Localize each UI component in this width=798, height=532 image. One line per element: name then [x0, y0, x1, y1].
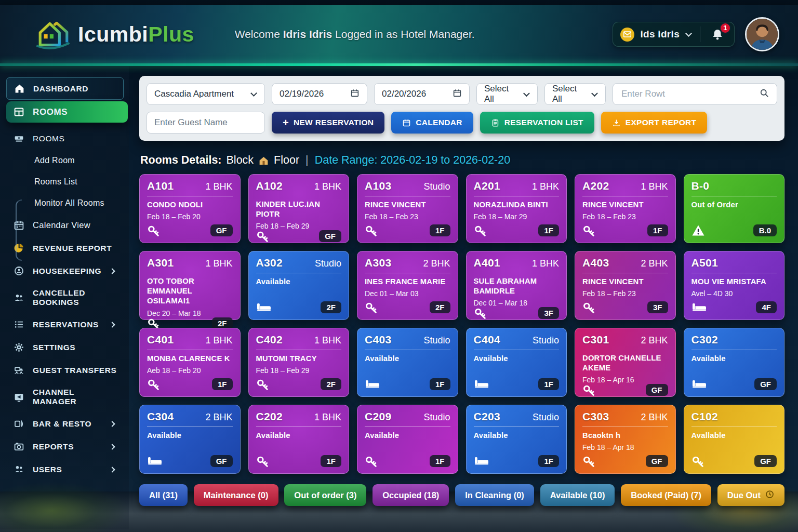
room-card-C304[interactable]: C304 2 BHK Available GF: [139, 405, 241, 474]
app-root: IcumbiPlus Welcome Idris Idris Logged in…: [0, 0, 798, 532]
room-type: Studio: [423, 412, 450, 423]
room-card-A102[interactable]: A102 1 BHK KINDER LUC.IAN PIOTR Feb 18 –…: [248, 174, 350, 243]
room-card-C402[interactable]: C402 1 BHK MUTOMI TRACY Feb 18 – Feb 29 …: [248, 328, 350, 397]
status-filter-out-of-order[interactable]: Out of order (3): [284, 484, 366, 506]
status-filter-all[interactable]: All (31): [139, 484, 188, 506]
sidebar-item-channel-manager[interactable]: CHANNEL MANAGER: [6, 382, 124, 411]
sidebar-item-reports[interactable]: REPORTS: [6, 436, 124, 457]
room-card-header: A103 Studio: [365, 180, 450, 192]
room-guest: MONBA CLARENCE K: [147, 354, 233, 364]
room-dates: Dec 01 – Mar 03: [365, 289, 450, 298]
status-filter-available[interactable]: Available (10): [540, 484, 615, 506]
status-filter-label: Booked (Paid) (7): [631, 490, 701, 500]
notifications-button[interactable]: 1: [708, 27, 727, 42]
room-card-header: A302 Studio: [256, 257, 342, 269]
new-reservation-button[interactable]: + NEW RESERVATION: [272, 112, 384, 134]
user-menu[interactable]: ids idris 1: [613, 22, 735, 47]
date-from-input[interactable]: 02/19/2026: [272, 83, 367, 105]
room-id: C301: [582, 334, 609, 346]
sidebar-item-dashboard[interactable]: DASHBOARD: [6, 77, 124, 100]
status-filter-maintenance[interactable]: Maintenance (0): [194, 484, 278, 506]
block-select-value: Select All: [484, 84, 518, 104]
property-select[interactable]: Cascadia Apartment: [147, 83, 265, 105]
room-card-footer: 1F: [582, 224, 668, 236]
app-header: IcumbiPlus Welcome Idris Idris Logged in…: [0, 5, 798, 63]
room-card-A302[interactable]: A302 Studio Available 2F: [248, 251, 350, 320]
chevron-down-icon: [250, 90, 257, 97]
room-card-A403[interactable]: A403 2 BHK RINCE VINCENT Feb 18 – Feb 23…: [575, 251, 676, 320]
status-filter-label: In Cleaning (0): [465, 490, 524, 500]
key-icon: [582, 301, 596, 313]
room-type: 1 BHK: [641, 181, 668, 192]
date-to-input[interactable]: 02/20/2026: [374, 83, 470, 105]
room-card-A501[interactable]: A501 MOU VIE MRISTAFA Avel – 4D 30 4F: [684, 251, 785, 320]
sidebar-item-rooms-list[interactable]: Rooms List: [6, 172, 124, 192]
sidebar-item-monitor-all-rooms[interactable]: Monitor All Rooms: [6, 193, 124, 213]
room-card-C202[interactable]: C202 1 BHK Available 1F: [248, 405, 350, 474]
user-avatar[interactable]: [745, 17, 779, 51]
floor-select-value: Select All: [552, 84, 586, 104]
sidebar-item-cancelled-bookings[interactable]: CANCELLED BOOKINGS: [6, 283, 124, 312]
room-card-C303[interactable]: C303 2 BHK Bcaoktn h Feb 18 – Apr 18 GF: [575, 405, 676, 474]
floor-badge: 2F: [321, 378, 341, 390]
key-icon: [582, 384, 596, 396]
room-card-header: C403 Studio: [365, 334, 450, 346]
floor-badge: 1F: [321, 455, 341, 467]
floor-badge: GF: [319, 230, 341, 242]
sidebar-item-add-room[interactable]: Add Room: [6, 151, 124, 170]
sidebar-item-revenue-report[interactable]: REVENUE REPORT: [6, 237, 124, 259]
export-report-button[interactable]: EXPORT REPORT: [601, 112, 708, 134]
room-card-C203[interactable]: C203 Studio Available 1F: [466, 405, 567, 474]
app-logo: IcumbiPlus: [36, 18, 194, 50]
room-card-C404[interactable]: C404 Studio Available 1F: [466, 328, 567, 397]
room-guest: Available: [474, 354, 560, 364]
room-card-A202[interactable]: A202 1 BHK RINCE VINCENT Feb 18 – Feb 23…: [575, 174, 676, 243]
guest-name-input[interactable]: [147, 112, 265, 134]
room-card-footer: 1F: [474, 224, 560, 236]
sidebar-item-rooms[interactable]: ROOMS: [6, 101, 128, 123]
sidebar-item-reservations[interactable]: RESERVATIONS: [6, 314, 124, 335]
room-card-A101[interactable]: A101 1 BHK CONDO NDOLI Feb 18 – Feb 20 G…: [139, 174, 241, 243]
status-filter-due-out[interactable]: Due Out: [717, 484, 784, 506]
room-card-A303[interactable]: A303 2 BHK INES FRANCE MARIE Dec 01 – Ma…: [357, 251, 458, 320]
sidebar-item-guest-transfers[interactable]: GUEST TRANSFERS: [6, 360, 124, 381]
room-card-A401[interactable]: A401 1 BHK SULE ABRAHAM BAMIDRLE Dec 01 …: [466, 251, 567, 320]
sidebar-item-label: SETTINGS: [33, 343, 75, 352]
sidebar-item-housekeeping[interactable]: HOUSEKEEPING: [6, 260, 124, 282]
room-card-A201[interactable]: A201 1 BHK NORAZLINDA BINTI Feb 18 – Mar…: [466, 174, 567, 243]
room-card-B-0[interactable]: B-0 Out of Order B.0: [684, 174, 785, 243]
floor-badge: GF: [754, 455, 777, 467]
room-card-C401[interactable]: C401 1 BHK MONBA CLARENCE K Aeb 18 – Feb…: [139, 328, 241, 397]
room-search-input[interactable]: [620, 88, 754, 100]
room-guest: Available: [365, 431, 450, 441]
calendar-button[interactable]: CALENDAR: [391, 112, 473, 134]
room-card-C403[interactable]: C403 Studio Available 1F: [357, 328, 458, 397]
status-filter-booked-paid[interactable]: Booked (Paid) (7): [621, 484, 711, 506]
sidebar-item-settings[interactable]: SETTINGS: [6, 337, 124, 358]
room-card-C302[interactable]: C302 Available GF: [684, 328, 785, 397]
filter-panel: Cascadia Apartment 02/19/2026 02/20/2026: [139, 76, 784, 141]
room-dates: Feb 18 – Apr 16: [582, 376, 668, 384]
room-dates: Dec 01 – Mar 18: [474, 299, 560, 307]
room-card-C209[interactable]: C209 Studio Available 1F: [357, 405, 458, 474]
room-dates: Feb 18 – Feb 29: [256, 366, 342, 375]
room-card-A301[interactable]: A301 1 BHK OTO TOBOR EMMANUEL OSILAMAI1 …: [139, 251, 241, 320]
sidebar-item-calendar-view[interactable]: Calendar View: [6, 215, 124, 236]
status-filter-occupied[interactable]: Occupied (18): [373, 484, 449, 506]
room-card-C301[interactable]: C301 2 BHK DORTOR CHANELLE AKEME Feb 18 …: [575, 328, 676, 397]
sidebar-item-bar-resto[interactable]: BAR & RESTO: [6, 413, 124, 434]
status-filter-in-cleaning[interactable]: In Cleaning (0): [455, 484, 534, 506]
room-id: A102: [256, 180, 283, 192]
floor-badge: 1F: [212, 378, 233, 390]
calendar-icon: [14, 220, 25, 231]
reservation-list-button[interactable]: RESERVATION LIST: [480, 112, 594, 134]
room-card-footer: 1F: [365, 378, 450, 390]
block-select[interactable]: Select All: [476, 83, 538, 105]
room-card-A103[interactable]: A103 Studio RINCE VINCENT Feb 18 – Feb 2…: [357, 174, 458, 243]
floor-badge: 1F: [647, 224, 668, 236]
floor-select[interactable]: Select All: [544, 83, 606, 105]
room-card-C102[interactable]: C102 Avallable GF: [684, 405, 785, 474]
sidebar-item-users[interactable]: USERS: [6, 459, 124, 480]
sidebar-item-rooms-sub[interactable]: ROOMS: [6, 128, 124, 149]
floor-badge: 1F: [538, 224, 559, 236]
